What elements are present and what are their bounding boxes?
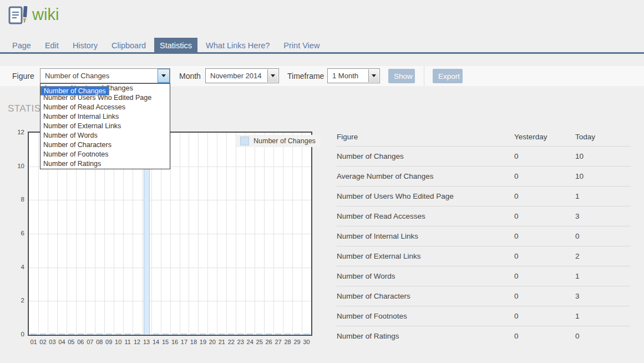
row-yesterday-value: 0 — [514, 312, 575, 320]
row-figure-label: Number of Characters — [337, 292, 514, 300]
row-today-value: 1 — [575, 272, 631, 280]
chart-bar-day-12 — [134, 334, 140, 335]
row-today-value: 3 — [575, 292, 631, 300]
chart-bar-day-15 — [163, 334, 169, 335]
chart-legend: Number of Changes — [235, 135, 321, 147]
chart-bar-day-20 — [209, 334, 215, 335]
pencil-icon — [23, 6, 28, 23]
chart-bar-day-10 — [115, 334, 121, 335]
chart-bar-day-04 — [59, 334, 65, 335]
row-yesterday-value: 0 — [514, 332, 575, 340]
tab-bar: Page Edit History Clipboard Statistics W… — [0, 38, 644, 54]
row-figure-label: Average Number of Changes — [337, 172, 514, 180]
legend-label: Number of Changes — [253, 137, 316, 145]
chart-bar-day-03 — [49, 334, 55, 335]
chart-bar-day-21 — [219, 334, 225, 335]
chart-bar-day-14 — [153, 334, 159, 335]
timeframe-select[interactable]: 1 Month — [327, 68, 380, 83]
chart-bar-day-24 — [247, 334, 253, 335]
figure-label: Figure — [12, 66, 34, 86]
table-row: Number of Characters03 — [337, 286, 631, 306]
chart-bar-day-07 — [87, 334, 93, 335]
chart-bar-day-16 — [172, 334, 178, 335]
chart-bar-day-09 — [106, 334, 112, 335]
column-header-yesterday: Yesterday — [514, 133, 575, 141]
stats-table: Figure Yesterday Today Number of Changes… — [337, 128, 631, 346]
figure-dropdown-option[interactable]: Number of Footnotes — [40, 150, 170, 159]
dropdown-arrow-icon[interactable] — [368, 69, 379, 82]
figure-dropdown-list: Number of ChangesAverage Number of Chang… — [40, 83, 170, 169]
row-yesterday-value: 0 — [514, 292, 575, 300]
figure-select[interactable]: Number of Changes — [40, 68, 170, 83]
chart-bar-day-19 — [200, 334, 206, 335]
y-tick-label: 8 — [6, 196, 24, 203]
chart-bar-day-02 — [40, 334, 46, 335]
row-today-value: 1 — [575, 312, 631, 320]
tab-page[interactable]: Page — [7, 38, 37, 52]
chart-bar-day-08 — [97, 334, 103, 335]
dropdown-arrow-icon[interactable] — [158, 69, 170, 83]
chart-bar-day-23 — [237, 334, 244, 335]
figure-dropdown-option[interactable]: Number of Words — [40, 131, 170, 140]
figure-dropdown-option[interactable]: Number of External Links — [40, 122, 170, 131]
legend-swatch — [240, 137, 249, 145]
row-yesterday-value: 0 — [514, 232, 575, 240]
chart-bar-day-18 — [190, 334, 196, 335]
table-body: Number of Changes010Average Number of Ch… — [337, 146, 631, 346]
chart-bar-day-22 — [228, 334, 234, 335]
row-today-value: 2 — [575, 252, 631, 260]
chart-bar-day-28 — [285, 334, 291, 335]
export-button[interactable]: Export — [433, 69, 463, 83]
figure-dropdown-option[interactable]: Number of Read Accesses — [40, 103, 170, 112]
month-select[interactable]: November 2014 — [205, 68, 279, 83]
gridline-horizontal — [29, 301, 311, 301]
gridline-horizontal — [29, 268, 311, 268]
x-tick-label: 30 — [301, 339, 312, 345]
table-row: Number of Ratings00 — [337, 326, 631, 346]
row-today-value: 3 — [575, 212, 631, 220]
row-figure-label: Number of Words — [337, 272, 514, 280]
gridline-horizontal — [29, 234, 311, 234]
y-tick-label: 6 — [6, 230, 24, 236]
figure-dropdown-option[interactable]: Number of Internal Links — [40, 112, 170, 122]
tab-statistics[interactable]: Statistics — [154, 38, 197, 52]
row-today-value: 10 — [575, 152, 631, 160]
row-yesterday-value: 0 — [514, 152, 575, 160]
figure-dropdown-option[interactable]: Number of Ratings — [40, 159, 170, 169]
tab-edit[interactable]: Edit — [39, 38, 64, 52]
tab-print-view[interactable]: Print View — [278, 38, 325, 52]
row-today-value: 1 — [575, 192, 631, 200]
row-figure-label: Number of External Links — [337, 252, 514, 260]
row-figure-label: Number of Changes — [337, 152, 514, 160]
table-row: Number of Read Accesses03 — [337, 206, 631, 226]
chart-bar-day-25 — [256, 334, 262, 335]
chart-bar-day-01 — [31, 334, 37, 335]
row-yesterday-value: 0 — [514, 192, 575, 200]
chart-bar-day-06 — [78, 334, 84, 335]
table-row: Number of External Links02 — [337, 246, 631, 266]
row-yesterday-value: 0 — [514, 212, 575, 220]
wiki-logo-icon — [8, 4, 30, 27]
timeframe-label: Timeframe — [287, 66, 324, 86]
tab-history[interactable]: History — [67, 38, 103, 52]
figure-dropdown-option[interactable]: Number of Changes — [40, 86, 109, 95]
row-figure-label: Number of Users Who Edited Page — [337, 192, 514, 200]
y-tick-label: 2 — [6, 297, 24, 304]
table-row: Number of Changes010 — [337, 146, 631, 166]
app-header: wiki — [0, 0, 644, 34]
dropdown-arrow-icon[interactable] — [267, 69, 278, 82]
chart-bar-day-17 — [181, 334, 187, 335]
tab-clipboard[interactable]: Clipboard — [106, 38, 151, 52]
tab-what-links-here[interactable]: What Links Here? — [200, 38, 275, 52]
figure-dropdown-option[interactable]: Number of Characters — [40, 140, 170, 150]
show-button[interactable]: Show — [388, 69, 415, 83]
row-today-value: 0 — [575, 232, 631, 240]
table-row: Number of Users Who Edited Page01 — [337, 186, 631, 206]
column-header-today: Today — [575, 133, 631, 141]
row-today-value: 10 — [575, 172, 631, 180]
table-row: Number of Internal Links00 — [337, 226, 631, 246]
chart-bar-day-29 — [294, 334, 300, 335]
row-yesterday-value: 0 — [514, 172, 575, 180]
y-tick-label: 0 — [6, 331, 24, 337]
app-title: wiki — [32, 6, 59, 24]
